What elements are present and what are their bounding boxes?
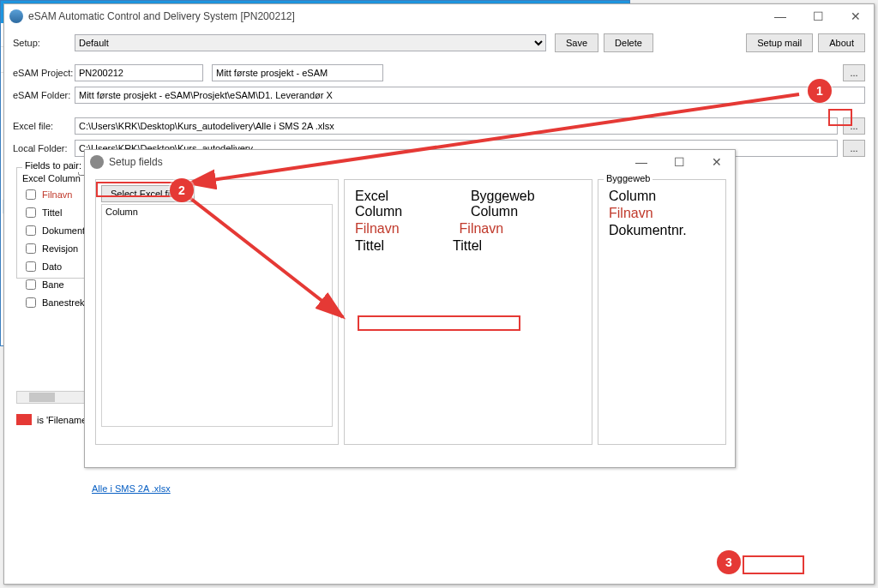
pair-revisjon-check[interactable] bbox=[26, 243, 36, 254]
delete-button[interactable]: Delete bbox=[604, 33, 653, 52]
min-icon[interactable]: — bbox=[767, 9, 793, 23]
main-titlebar: eSAM Automatic Control and Delivery Syst… bbox=[4, 4, 874, 28]
about-button[interactable]: About bbox=[818, 33, 865, 52]
app-icon bbox=[9, 9, 23, 23]
proj-browse-button[interactable]: ... bbox=[843, 64, 865, 81]
footer-file-link[interactable]: Alle i SMS 2A .xlsx bbox=[92, 483, 171, 494]
local-browse-button[interactable]: ... bbox=[843, 140, 865, 157]
local-label: Local Folder: bbox=[13, 143, 75, 153]
fields-titlebar: Setup fields — ☐ ✕ bbox=[85, 150, 735, 174]
save-button[interactable]: Save bbox=[555, 33, 598, 52]
excel-column-list[interactable]: Column bbox=[101, 204, 333, 427]
pair-bw-hdr: Byggeweb Column bbox=[471, 189, 581, 219]
pair-excel-hdr: Excel Column bbox=[355, 189, 436, 219]
pair-tittel-check[interactable] bbox=[26, 207, 36, 218]
pair-revisjon-label: Revisjon bbox=[42, 243, 78, 254]
byggeweb-group: Byggeweb Column Filnavn Dokumentnr. bbox=[598, 179, 726, 445]
bw-dokumentnr: Dokumentnr. bbox=[604, 223, 720, 238]
bw-legend: Byggeweb bbox=[604, 173, 652, 183]
badge-2: 2 bbox=[170, 178, 194, 202]
proj-label: eSAM Project: bbox=[13, 68, 75, 78]
folder-label: eSAM Folder: bbox=[13, 90, 75, 100]
pair-bane2-check[interactable] bbox=[26, 297, 36, 308]
pair-dokumentnr-check[interactable] bbox=[26, 225, 36, 236]
pair-bane-label: Bane bbox=[42, 279, 64, 290]
pair-tittel-label: Tittel bbox=[42, 207, 62, 218]
proj-code-input[interactable] bbox=[75, 64, 203, 81]
bw-col-hdr: Column bbox=[604, 185, 720, 204]
excel-group: Select Excel file::: Column bbox=[95, 179, 339, 445]
fields-title: Setup fields bbox=[109, 156, 163, 168]
close-icon[interactable]: ✕ bbox=[704, 155, 730, 169]
setup-label: Setup: bbox=[13, 38, 75, 48]
badge-3: 3 bbox=[717, 550, 741, 574]
pair-dato-label: Dato bbox=[42, 261, 62, 272]
folder-input[interactable] bbox=[75, 87, 865, 104]
max-icon[interactable]: ☐ bbox=[805, 9, 831, 23]
pair-tittel-l: Tittel bbox=[355, 238, 384, 254]
pair-filnavn-r: Filnavn bbox=[460, 221, 504, 237]
excel-browse-button[interactable]: ... bbox=[843, 117, 865, 135]
max-icon[interactable]: ☐ bbox=[666, 155, 692, 169]
pair-bane-check[interactable] bbox=[26, 279, 36, 290]
setup-select[interactable]: Default bbox=[75, 34, 546, 51]
bw-filnavn: Filnavn bbox=[604, 204, 720, 223]
pair-filnavn-check[interactable] bbox=[26, 189, 36, 200]
proj-name-input[interactable] bbox=[212, 64, 383, 81]
excel-label: Excel file: bbox=[13, 121, 75, 131]
min-icon[interactable]: — bbox=[628, 155, 654, 169]
main-title: eSAM Automatic Control and Delivery Syst… bbox=[28, 10, 295, 22]
close-icon[interactable]: ✕ bbox=[843, 9, 869, 23]
badge-1: 1 bbox=[808, 79, 832, 103]
pair-dato-check[interactable] bbox=[26, 261, 36, 272]
pair-group: Excel Column Byggeweb Column Filnavn Fil… bbox=[344, 179, 592, 445]
red-swatch-icon bbox=[16, 414, 32, 425]
gear-icon bbox=[90, 155, 104, 169]
excel-input[interactable] bbox=[75, 117, 838, 135]
pair-filnavn-label: Filnavn bbox=[42, 189, 72, 200]
pair-filnavn-l: Filnavn bbox=[355, 221, 400, 237]
setup-mail-button[interactable]: Setup mail bbox=[746, 33, 813, 52]
pair-tittel-r: Tittel bbox=[453, 238, 482, 254]
fields-legend: Fields to pair: bbox=[22, 160, 84, 172]
col-header: Column bbox=[105, 207, 328, 217]
